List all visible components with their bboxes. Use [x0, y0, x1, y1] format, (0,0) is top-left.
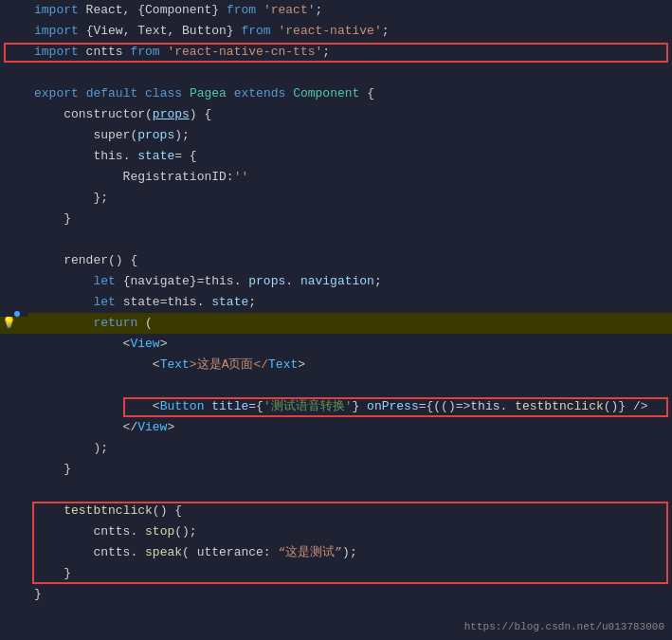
line-content: import React, {Component} from 'react'; [28, 0, 672, 21]
code-line: }; [0, 188, 672, 209]
code-line [0, 480, 672, 501]
line-content: <View> [28, 334, 672, 355]
code-line [0, 229, 672, 250]
code-editor: import React, {Component} from 'react';i… [0, 0, 672, 640]
code-line: let {navigate}=this. props. navigation; [0, 271, 672, 292]
code-line: cntts. stop(); [0, 521, 672, 542]
line-content: cntts. speak( utterance: “这是测试”); [28, 542, 672, 563]
code-line: } [0, 459, 672, 480]
line-content: cntts. stop(); [28, 521, 672, 542]
line-content: let {navigate}=this. props. navigation; [28, 271, 672, 292]
line-content: super(props); [28, 125, 672, 146]
code-line: } [0, 209, 672, 229]
code-line: RegistrationID:'' [0, 167, 672, 188]
line-content [28, 375, 672, 396]
bulb-icon: 💡 [2, 316, 16, 330]
code-line: <View> [0, 334, 672, 355]
code-line: export default class Pagea extends Compo… [0, 83, 672, 104]
code-line: ); [0, 438, 672, 459]
code-line [0, 375, 672, 396]
code-line: testbtnclick() { [0, 501, 672, 521]
line-content: ); [28, 438, 672, 459]
line-content: this. state= { [28, 146, 672, 167]
line-content: render() { [28, 250, 672, 271]
line-content: constructor(props) { [28, 104, 672, 125]
line-content: }; [28, 188, 672, 209]
line-content [28, 229, 672, 250]
line-number [0, 313, 28, 317]
line-content: import cntts from 'react-native-cn-tts'; [28, 42, 672, 63]
code-line: this. state= { [0, 146, 672, 167]
line-content: } [28, 209, 672, 229]
code-line: <Button title={'测试语音转换'} onPress={(()=>t… [0, 396, 672, 417]
line-content: import {View, Text, Button} from 'react-… [28, 21, 672, 42]
line-content [28, 480, 672, 501]
code-line: constructor(props) { [0, 104, 672, 125]
code-line: render() { [0, 250, 672, 271]
code-line: import cntts from 'react-native-cn-tts'; [0, 42, 672, 63]
line-content [28, 63, 672, 83]
line-content: } [28, 584, 672, 605]
code-line: let state=this. state; [0, 292, 672, 313]
line-content: } [28, 459, 672, 480]
code-line: } [0, 563, 672, 584]
line-content: let state=this. state; [28, 292, 672, 313]
line-content: } [28, 563, 672, 584]
line-content: testbtnclick() { [28, 501, 672, 521]
code-line [0, 63, 672, 83]
line-content: export default class Pagea extends Compo… [28, 83, 672, 104]
line-content: <Text>这是A页面</Text> [28, 355, 672, 375]
line-content: </View> [28, 417, 672, 438]
code-line: cntts. speak( utterance: “这是测试”); [0, 542, 672, 563]
line-content: <Button title={'测试语音转换'} onPress={(()=>t… [28, 396, 672, 417]
code-line: <Text>这是A页面</Text> [0, 355, 672, 375]
code-line: import React, {Component} from 'react'; [0, 0, 672, 21]
code-line: import {View, Text, Button} from 'react-… [0, 21, 672, 42]
code-line: } [0, 584, 672, 605]
code-line: super(props); [0, 125, 672, 146]
code-line: </View> [0, 417, 672, 438]
code-line: 💡 return ( [0, 313, 672, 334]
watermark: https://blog.csdn.net/u013783000 [464, 621, 664, 632]
line-content: RegistrationID:'' [28, 167, 672, 188]
line-content: return ( [28, 313, 672, 334]
